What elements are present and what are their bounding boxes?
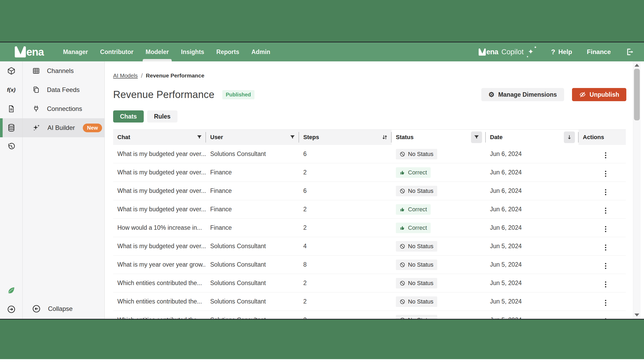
breadcrumb-ai-models-link[interactable]: AI Models [113,72,138,79]
rail-item-data[interactable] [0,118,22,137]
sort-icon[interactable] [382,134,388,140]
sidebar-item-ai-builder[interactable]: AI Builder New [23,118,104,137]
sidebar-item-data-feeds[interactable]: Data Feeds [23,80,104,99]
rail-item-templates[interactable] [0,99,22,118]
user-cell: Solutions Consultant [206,298,299,305]
tab-rules[interactable]: Rules [147,110,177,123]
question-mark-icon: ? [551,48,555,56]
kebab-menu-icon[interactable] [603,151,608,160]
copy-pages-icon [32,86,40,94]
kebab-menu-icon[interactable] [603,298,608,307]
app-body: f(x) [0,61,644,320]
rail-item-models[interactable] [0,61,22,80]
grid-table-icon [32,67,40,75]
nav-item-modeler[interactable]: Modeler [140,42,175,61]
breadcrumb-current: Revenue Performance [146,72,204,79]
table-row[interactable]: Which entities contributed the... Soluti… [113,292,626,311]
kebab-menu-icon[interactable] [603,224,608,234]
rail-expand-button[interactable] [0,300,22,319]
filter-icon[interactable] [290,134,295,140]
scroll-up-arrow[interactable] [635,64,639,67]
actions-cell [579,203,626,215]
vena-logo-text: ena [26,46,44,58]
tab-chats[interactable]: Chats [113,110,144,123]
nav-item-insights[interactable]: Insights [175,42,210,61]
column-header-actions: Actions [579,130,626,145]
kebab-menu-icon[interactable] [603,169,608,178]
scroll-down-arrow[interactable] [635,314,639,316]
sort-desc-icon[interactable] [564,131,575,143]
nav-item-manager[interactable]: Manager [57,42,94,61]
manage-dimensions-button[interactable]: ⚙ Manage Dimensions [481,88,564,101]
steps-cell: 4 [299,243,392,250]
column-header-status: Status [392,130,486,145]
icon-rail: f(x) [0,61,23,319]
sidebar-item-connections[interactable]: Connections [23,99,104,118]
logout-icon [626,48,634,56]
table-row[interactable]: Which entities contributed the... Soluti… [113,274,626,292]
table-row[interactable]: What is my budgeted year over... Finance… [113,182,626,200]
table-row[interactable]: What is my budgeted year over... Finance… [113,200,626,219]
nav-item-admin[interactable]: Admin [245,42,276,61]
status-cell: No Status [392,260,486,270]
column-header-date: Date [486,130,579,145]
user-cell: Solutions Consultant [206,316,299,319]
kebab-menu-icon[interactable] [603,188,608,197]
rail-item-history[interactable] [0,137,22,156]
filter-icon[interactable] [196,134,202,140]
table-row[interactable]: What is my budgeted year over... Solutio… [113,145,626,163]
kebab-menu-icon[interactable] [603,243,608,252]
logout-button[interactable] [626,48,634,56]
chat-cell: Which entities contributed the... [113,316,206,319]
kebab-menu-icon[interactable] [603,206,608,215]
history-icon [7,143,16,151]
nav-item-contributor[interactable]: Contributor [94,42,140,61]
rail-item-functions[interactable]: f(x) [0,80,22,99]
chat-cell: How would a 10% increase in... [113,224,206,231]
scrollbar-thumb[interactable] [634,69,640,120]
page-header: Revenue Performance Published ⚙ Manage D… [113,87,626,102]
chat-cell: What is my budgeted year over... [113,169,206,176]
status-cell: No Status [392,278,486,288]
no-status-icon [400,262,405,268]
status-cell: No Status [392,149,486,159]
filter-icon-active[interactable] [471,131,482,143]
chat-cell: Which entities contributed the... [113,298,206,305]
tab-bar: Chats Rules [113,110,626,123]
help-label: Help [558,48,572,56]
vertical-scrollbar[interactable] [633,61,641,319]
page-title: Revenue Performance [113,89,214,100]
sidebar-item-channels[interactable]: Channels [23,61,104,80]
table-row[interactable]: Which entities contributed the... Soluti… [113,311,626,319]
collapse-button[interactable]: Collapse [23,299,104,319]
breadcrumb-separator: / [141,72,143,79]
table-row[interactable]: What is my budgeted year over... Finance… [113,163,626,182]
vena-logo[interactable]: ena [15,42,44,61]
status-cell: No Status [392,186,486,196]
status-badge: No Status [396,260,437,270]
kebab-menu-icon[interactable] [603,261,608,271]
arrow-right-circle-icon [7,305,16,314]
no-status-icon [400,317,405,319]
nav-item-reports[interactable]: Reports [210,42,245,61]
chat-cell: What is my budgeted year over... [113,187,206,194]
help-button[interactable]: ? Help [551,48,572,56]
status-badge: Correct [396,204,431,215]
tenant-menu-finance[interactable]: Finance [587,48,611,56]
no-status-icon [400,188,405,194]
plug-icon [32,105,40,113]
vena-copilot-button[interactable]: ena Copilot ✦ ✦ ✦ [479,47,536,56]
date-cell: Jun 5, 2024 [486,243,579,250]
actions-cell [579,296,626,307]
kebab-menu-icon[interactable] [603,317,608,319]
table-row[interactable]: What is my year over year grow... Soluti… [113,256,626,274]
kebab-menu-icon[interactable] [603,280,608,289]
date-cell: Jun 6, 2024 [486,150,579,158]
date-cell: Jun 5, 2024 [486,298,579,305]
table-row[interactable]: How would a 10% increase in... Finance 2… [113,219,626,237]
status-cell: No Status [392,241,486,252]
main-content: AI Models / Revenue Performance Revenue … [105,61,644,319]
table-row[interactable]: What is my budgeted year over... Solutio… [113,237,626,256]
thumbs-up-icon [400,207,405,212]
unpublish-button[interactable]: Unpublish [572,88,626,101]
